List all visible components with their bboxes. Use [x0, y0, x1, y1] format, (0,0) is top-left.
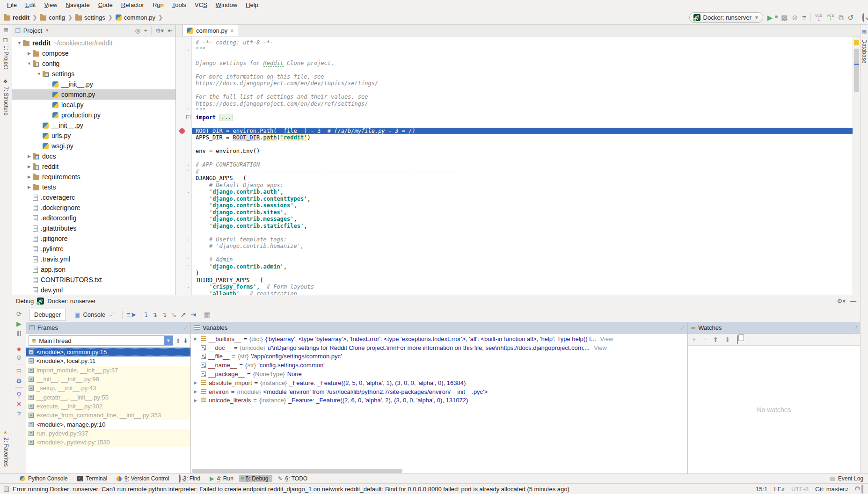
- tree-item[interactable]: .travis.yml: [12, 254, 175, 264]
- menu-item-edit[interactable]: Edit: [21, 1, 40, 8]
- tree-item[interactable]: ▼settings: [12, 69, 175, 79]
- tab-console[interactable]: ▣ Console →': [70, 309, 118, 320]
- code-editor[interactable]: # -*- coding: utf-8 -*-""" Django settin…: [192, 36, 853, 295]
- horizontal-scrollbar[interactable]: [192, 469, 402, 473]
- resume-button[interactable]: ▶: [16, 320, 22, 327]
- expand-arrow-icon[interactable]: ▶: [26, 51, 33, 56]
- breadcrumb-item-reddit[interactable]: reddit: [4, 14, 29, 21]
- pause-button[interactable]: [17, 330, 21, 337]
- breadcrumb-item-config[interactable]: config: [40, 14, 65, 21]
- duplicate-watch-button[interactable]: [737, 336, 738, 343]
- frame-row[interactable]: import_module, __init__.py:37: [26, 366, 190, 375]
- expand-arrow-icon[interactable]: ▶: [26, 154, 33, 159]
- sidebar-tab-structure[interactable]: ❖7: Structure: [3, 79, 9, 116]
- menu-item-vcs[interactable]: VCS: [190, 1, 212, 8]
- rerun-button[interactable]: ⟳: [16, 311, 22, 317]
- menu-item-view[interactable]: View: [40, 1, 61, 8]
- gear-icon[interactable]: ⚙▾: [155, 27, 164, 34]
- run-configurations-button[interactable]: ≡: [802, 14, 806, 21]
- fold-marker-icon[interactable]: ⌄: [186, 284, 190, 289]
- tree-item[interactable]: .pylintrc: [12, 244, 175, 254]
- heap-indicator-icon[interactable]: [861, 486, 863, 493]
- frame-row[interactable]: __init__, __init__.py:99: [26, 375, 190, 384]
- caret-position[interactable]: 15:1: [756, 486, 767, 493]
- fold-marker-icon[interactable]: ⌃: [186, 257, 190, 262]
- frame-row[interactable]: _setup, __init__.py:43: [26, 384, 190, 392]
- breakpoint-icon[interactable]: [179, 128, 185, 134]
- help-icon[interactable]: ?: [17, 411, 21, 417]
- encoding-indicator[interactable]: UTF-8: [791, 486, 809, 493]
- scrollbar-thumb[interactable]: [854, 49, 859, 92]
- tree-item[interactable]: __init__.py: [12, 79, 175, 89]
- tree-item[interactable]: .coveragerc: [12, 192, 175, 203]
- editor-scrollbar[interactable]: [853, 36, 860, 295]
- local-history-button[interactable]: ⧉: [839, 14, 844, 21]
- float-panel-icon[interactable]: →': [851, 325, 857, 331]
- status-message[interactable]: Error running Docker: runserver: Can't r…: [13, 486, 569, 493]
- step-into-button[interactable]: ↴: [152, 311, 158, 318]
- vcs-commit-button[interactable]: VCS↑: [827, 14, 834, 21]
- step-over-button[interactable]: ⤵: [144, 311, 148, 318]
- tool-tab-debug[interactable]: 5: Debug: [239, 475, 272, 482]
- chevron-down-icon[interactable]: ▼: [164, 336, 173, 345]
- run-button[interactable]: ▶: [767, 14, 773, 21]
- tree-item[interactable]: .gitattributes: [12, 223, 175, 233]
- variable-row[interactable]: __package__={NoneType}None: [191, 370, 687, 378]
- tree-item[interactable]: ▶tests: [12, 182, 175, 192]
- breadcrumb-item-common.py[interactable]: common.py: [116, 14, 155, 21]
- rollback-button[interactable]: ↺: [847, 14, 853, 21]
- step-out-button[interactable]: ↗: [181, 311, 187, 318]
- tree-item[interactable]: urls.py: [12, 131, 175, 141]
- breadcrumb-item-settings[interactable]: settings: [75, 14, 105, 21]
- view-value-link[interactable]: View: [600, 335, 613, 342]
- collapse-all-icon[interactable]: ÷: [144, 27, 147, 34]
- tool-tab-python-console[interactable]: Python Console: [16, 475, 72, 482]
- show-execution-point-button[interactable]: ≡➤: [126, 311, 136, 318]
- expand-arrow-icon[interactable]: ▶: [26, 164, 33, 169]
- fold-marker-icon[interactable]: ⌄: [186, 47, 190, 51]
- tab-debugger[interactable]: Debugger: [29, 309, 66, 320]
- variable-row[interactable]: __file__={str}'/app/config/settings/comm…: [191, 352, 687, 361]
- expand-arrow-icon[interactable]: ▶: [193, 380, 198, 385]
- collapse-arrow-icon[interactable]: ▼: [36, 72, 43, 76]
- float-panel-icon[interactable]: →': [181, 325, 187, 331]
- mute-breakpoints-button[interactable]: ⊘: [16, 354, 22, 361]
- toggle-tool-stripes-icon[interactable]: [4, 487, 9, 492]
- expand-arrow-icon[interactable]: ▶: [26, 185, 33, 189]
- line-ending-indicator[interactable]: LF⇵: [774, 486, 785, 493]
- remove-watch-button[interactable]: −: [702, 336, 706, 343]
- menu-item-navigate[interactable]: Navigate: [61, 1, 94, 8]
- editor-gutter[interactable]: ⌄⌃+⌄⌃⌄⌄⌃⌃⌄: [176, 36, 192, 295]
- variable-row[interactable]: ▶unicode_literals={instance}_Feature: _F…: [191, 396, 687, 405]
- chevron-down-icon[interactable]: ▼: [45, 28, 49, 33]
- tree-item[interactable]: CONTRIBUTORS.txt: [12, 275, 175, 285]
- locate-file-icon[interactable]: ◎: [135, 27, 140, 34]
- hide-panel-icon[interactable]: ⇤: [168, 27, 173, 34]
- settings-gear-icon[interactable]: ⚙: [16, 378, 22, 384]
- tree-item[interactable]: .gitignore: [12, 233, 175, 244]
- tree-item[interactable]: ▼config: [12, 58, 175, 69]
- hide-panel-icon[interactable]: —: [850, 298, 856, 305]
- previous-frame-button[interactable]: ⬆: [175, 337, 181, 344]
- run-with-coverage-button[interactable]: ▩: [781, 14, 788, 21]
- thread-select[interactable]: ≣ MainThread ▼: [29, 335, 173, 346]
- tree-item[interactable]: .editorconfig: [12, 213, 175, 223]
- add-watch-button[interactable]: +: [692, 336, 696, 343]
- git-branch-indicator[interactable]: Git: master⇵: [815, 486, 848, 493]
- close-icon[interactable]: ✕: [16, 401, 22, 407]
- profiler-button[interactable]: ⊘: [792, 14, 798, 21]
- tree-item[interactable]: local.py: [12, 100, 175, 110]
- variable-row[interactable]: ▶absolute_import={instance}_Feature: _Fe…: [191, 378, 687, 387]
- tree-item[interactable]: dev.yml: [12, 285, 175, 295]
- sidebar-tab-database[interactable]: Database: [861, 39, 868, 63]
- run-to-cursor-button[interactable]: ⇥: [190, 311, 196, 318]
- tool-tab-version-control[interactable]: 9: Version Control: [113, 475, 173, 482]
- frame-row[interactable]: <module>, pydevd.py:1530: [26, 438, 190, 447]
- collapse-arrow-icon[interactable]: ▼: [26, 61, 33, 66]
- expand-arrow-icon[interactable]: ▶: [193, 398, 198, 403]
- sidebar-tab-project[interactable]: ❐1: Project: [3, 37, 9, 69]
- editor-tab-common-py[interactable]: common.py ×: [182, 25, 238, 36]
- frame-row[interactable]: __getattr__, __init__.py:55: [26, 392, 190, 401]
- fold-marker-icon[interactable]: ⌃: [186, 169, 190, 174]
- fold-marker-icon[interactable]: +: [186, 115, 190, 119]
